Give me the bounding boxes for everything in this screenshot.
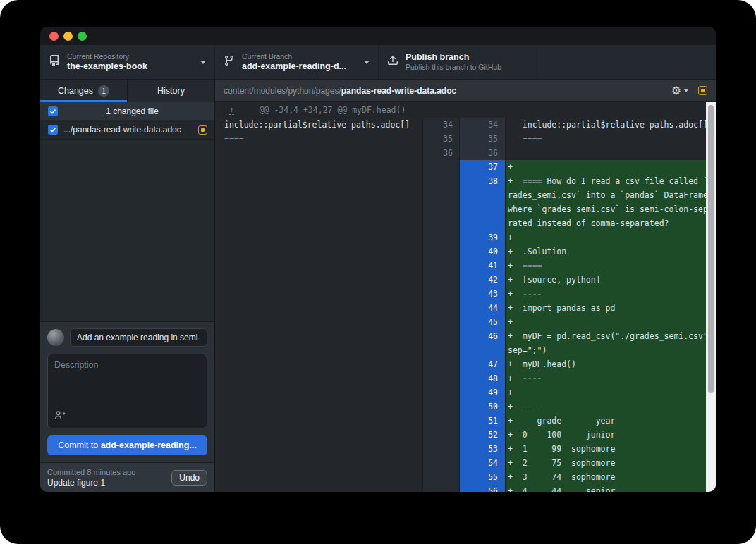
diff-scrollbar[interactable] bbox=[706, 102, 716, 492]
undo-button[interactable]: Undo bbox=[171, 470, 207, 486]
new-line-number[interactable]: 34 bbox=[459, 118, 506, 132]
minimize-window-button[interactable] bbox=[63, 32, 73, 41]
new-line-number[interactable]: 53 bbox=[459, 442, 506, 456]
changes-count-badge: 1 bbox=[98, 85, 109, 97]
new-line-number[interactable]: 40 bbox=[459, 245, 506, 259]
commit-button[interactable]: Commit to add-example-reading... bbox=[47, 435, 207, 455]
new-line-number[interactable]: 48 bbox=[459, 371, 506, 385]
old-line-content bbox=[215, 315, 422, 329]
file-list-item[interactable]: .../pandas-read-write-data.adoc bbox=[40, 120, 214, 140]
new-line-number[interactable]: 46 bbox=[459, 329, 506, 357]
old-line-content bbox=[215, 301, 422, 315]
new-line-number[interactable]: 50 bbox=[459, 400, 506, 414]
new-line-number[interactable]: 42 bbox=[459, 273, 506, 287]
changed-files-header: 1 changed file bbox=[40, 102, 214, 120]
new-line-content: + ---- bbox=[506, 400, 716, 414]
new-line-number[interactable]: 36 bbox=[459, 146, 506, 160]
new-line-number[interactable]: 54 bbox=[459, 456, 506, 470]
diff-row: 55+ 3 74 sophomore bbox=[215, 470, 716, 484]
old-line-number[interactable] bbox=[422, 428, 459, 442]
new-line-number[interactable]: 38 bbox=[459, 174, 506, 230]
new-line-number[interactable]: 35 bbox=[459, 132, 506, 146]
old-line-number[interactable] bbox=[422, 245, 459, 259]
file-checkbox[interactable] bbox=[48, 125, 58, 135]
old-line-number[interactable] bbox=[422, 315, 459, 329]
old-line-number[interactable] bbox=[422, 259, 459, 273]
old-line-number[interactable]: 36 bbox=[422, 146, 459, 160]
title-bar[interactable] bbox=[40, 27, 716, 45]
tab-history[interactable]: History bbox=[128, 80, 214, 102]
new-line-number[interactable]: 41 bbox=[459, 259, 506, 273]
commit-panel: Commit to add-example-reading... bbox=[40, 321, 214, 462]
diff-row: 51+ grade year bbox=[215, 414, 716, 428]
old-line-number[interactable] bbox=[422, 385, 459, 400]
add-coauthor-icon[interactable] bbox=[54, 410, 66, 423]
publish-branch-button[interactable]: Publish branch Publish this branch to Gi… bbox=[379, 45, 539, 79]
new-line-content: + bbox=[506, 230, 716, 245]
toolbar-spacer bbox=[539, 45, 716, 79]
diff-row: 39+ bbox=[215, 230, 716, 245]
zoom-window-button[interactable] bbox=[78, 32, 87, 41]
new-line-number[interactable]: 47 bbox=[459, 357, 506, 371]
publish-branch-subtitle: Publish this branch to GitHub bbox=[406, 63, 530, 72]
new-line-content: + myDF = pd.read_csv("./grades_semi.csv"… bbox=[506, 329, 716, 357]
app-window: Current Repository the-examples-book Cur… bbox=[40, 27, 716, 492]
diff-options-button[interactable]: ⚙ bbox=[671, 85, 688, 97]
close-window-button[interactable] bbox=[49, 32, 59, 41]
new-line-content: ==== bbox=[506, 132, 716, 146]
old-line-number[interactable] bbox=[422, 329, 459, 357]
diff-row: 56+ 4 44 senior bbox=[215, 484, 716, 492]
old-line-number[interactable]: 35 bbox=[422, 132, 459, 146]
old-line-number[interactable]: 34 bbox=[422, 118, 459, 132]
old-line-number[interactable] bbox=[422, 230, 459, 245]
old-line-content bbox=[215, 230, 422, 245]
new-line-number[interactable]: 43 bbox=[459, 287, 506, 301]
old-line-number[interactable] bbox=[422, 273, 459, 287]
new-line-number[interactable]: 39 bbox=[459, 230, 506, 245]
commit-description-input[interactable] bbox=[48, 354, 207, 428]
old-line-number[interactable] bbox=[422, 287, 459, 301]
old-line-content bbox=[215, 470, 422, 484]
old-line-number[interactable] bbox=[422, 484, 459, 492]
new-line-number[interactable]: 49 bbox=[459, 385, 506, 400]
new-line-content: + 0 100 junior bbox=[506, 428, 716, 442]
old-line-content bbox=[215, 414, 422, 428]
new-line-number[interactable]: 44 bbox=[459, 301, 506, 315]
select-all-checkbox[interactable] bbox=[48, 106, 58, 116]
new-line-number[interactable]: 51 bbox=[459, 414, 506, 428]
old-line-number[interactable] bbox=[422, 442, 459, 456]
file-name: .../pandas-read-write-data.adoc bbox=[63, 125, 198, 135]
old-line-number[interactable] bbox=[422, 470, 459, 484]
old-line-number[interactable] bbox=[422, 160, 459, 174]
commit-summary-input[interactable] bbox=[70, 328, 207, 347]
diff-row: 45+ bbox=[215, 315, 716, 329]
new-line-number[interactable]: 52 bbox=[459, 428, 506, 442]
new-line-content: + ---- bbox=[506, 371, 716, 385]
new-line-number[interactable]: 37 bbox=[459, 160, 506, 174]
diff-pane: content/modules/python/pages/pandas-read… bbox=[215, 80, 716, 492]
commit-button-prefix: Commit to bbox=[58, 440, 100, 450]
chevron-down-icon bbox=[364, 61, 370, 64]
repository-name: the-examples-book bbox=[67, 61, 193, 72]
diff-scrollbar-thumb[interactable] bbox=[708, 105, 714, 393]
new-line-number[interactable]: 45 bbox=[459, 315, 506, 329]
file-path-name: pandas-read-write-data.adoc bbox=[341, 86, 456, 96]
toolbar: Current Repository the-examples-book Cur… bbox=[40, 45, 716, 80]
old-line-number[interactable] bbox=[422, 371, 459, 385]
old-line-number[interactable] bbox=[422, 414, 459, 428]
diff-row: 54+ 2 75 sophomore bbox=[215, 456, 716, 470]
old-line-number[interactable] bbox=[422, 400, 459, 414]
new-line-number[interactable]: 56 bbox=[459, 484, 506, 492]
new-line-number[interactable]: 55 bbox=[459, 470, 506, 484]
tab-changes[interactable]: Changes 1 bbox=[40, 80, 128, 102]
hunk-header-row: ↑ @@ -34,4 +34,27 @@ myDF.head() bbox=[215, 102, 716, 118]
current-repository-dropdown[interactable]: Current Repository the-examples-book bbox=[40, 45, 215, 79]
current-branch-dropdown[interactable]: Current Branch add-example-reading-d... bbox=[215, 45, 379, 79]
gear-icon: ⚙ bbox=[671, 85, 681, 97]
old-line-number[interactable] bbox=[422, 456, 459, 470]
expand-hunk-icon[interactable]: ↑ bbox=[229, 106, 234, 115]
old-line-content bbox=[215, 400, 422, 414]
old-line-number[interactable] bbox=[422, 301, 459, 315]
old-line-number[interactable] bbox=[422, 357, 459, 371]
old-line-number[interactable] bbox=[422, 174, 459, 230]
